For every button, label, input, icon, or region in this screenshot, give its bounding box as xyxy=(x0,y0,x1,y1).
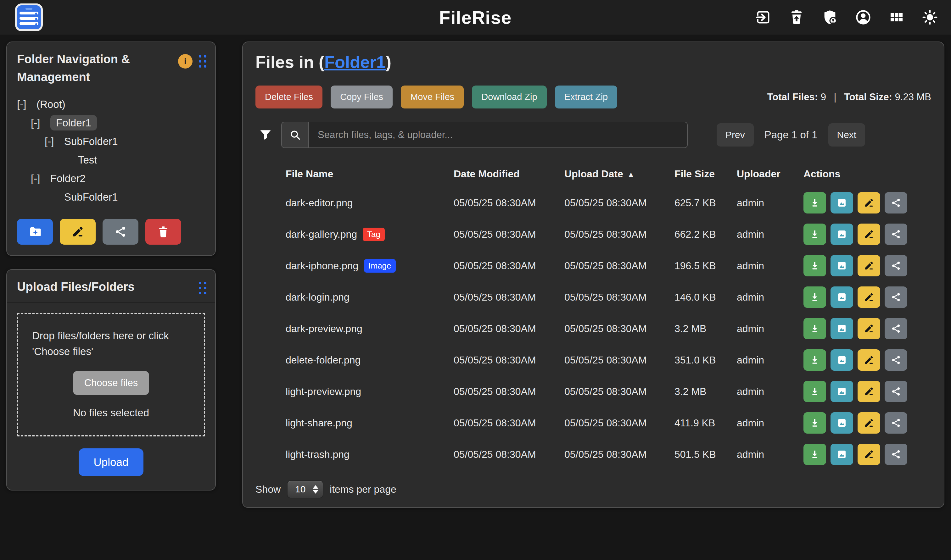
rename-button[interactable] xyxy=(858,381,880,402)
column-header-date-modified[interactable]: Date Modified xyxy=(454,168,564,180)
filerise-logo-icon[interactable] xyxy=(15,3,43,31)
grid-view-icon[interactable] xyxy=(888,9,905,25)
file-name[interactable]: light-preview.png xyxy=(286,386,361,397)
copy-files-button[interactable]: Copy Files xyxy=(331,86,393,108)
column-header-file-name[interactable]: File Name xyxy=(286,168,454,180)
folder-label[interactable]: Folder1 xyxy=(50,115,97,131)
folder-tree-item[interactable]: [-]Folder1 xyxy=(17,114,205,132)
file-name[interactable]: delete-folder.png xyxy=(286,354,361,366)
delete-files-button[interactable]: Delete Files xyxy=(256,86,322,108)
trash-restore-icon[interactable] xyxy=(788,9,805,25)
share-button[interactable] xyxy=(885,192,907,214)
share-icon xyxy=(891,292,901,303)
light-mode-sun-icon[interactable] xyxy=(922,9,938,25)
rename-button[interactable] xyxy=(858,444,880,465)
next-page-button[interactable]: Next xyxy=(828,123,865,146)
rename-button[interactable] xyxy=(858,349,880,371)
rename-button[interactable] xyxy=(858,192,880,214)
current-folder-link[interactable]: Folder1 xyxy=(324,52,386,71)
logout-icon[interactable] xyxy=(755,9,771,25)
create-folder-button[interactable] xyxy=(17,219,53,245)
share-button[interactable] xyxy=(885,381,907,402)
download-button[interactable] xyxy=(803,286,826,308)
search-icon[interactable] xyxy=(281,122,309,148)
search-input[interactable] xyxy=(309,122,688,148)
preview-image-button[interactable] xyxy=(831,349,853,371)
preview-image-button[interactable] xyxy=(831,255,853,276)
file-name[interactable]: dark-gallery.png xyxy=(286,229,357,240)
folder-label[interactable]: SubFolder1 xyxy=(64,191,118,203)
preview-image-button[interactable] xyxy=(831,444,853,465)
download-button[interactable] xyxy=(803,192,826,214)
file-name[interactable]: dark-preview.png xyxy=(286,323,362,335)
column-header-upload-date[interactable]: Upload Date▲ xyxy=(564,168,675,180)
download-button[interactable] xyxy=(803,223,826,245)
drag-handle-dots-icon[interactable] xyxy=(199,282,207,294)
drag-handle-dots-icon[interactable] xyxy=(199,55,207,68)
delete-folder-button[interactable] xyxy=(145,219,181,245)
rename-button[interactable] xyxy=(858,286,880,308)
download-button[interactable] xyxy=(803,444,826,465)
tree-collapse-toggle[interactable]: [-] xyxy=(31,169,50,188)
move-files-button[interactable]: Move Files xyxy=(401,86,464,108)
filter-funnel-icon[interactable] xyxy=(259,128,273,142)
file-tag-badge[interactable]: Tag xyxy=(363,228,385,241)
file-tag-badge[interactable]: Image xyxy=(364,259,395,272)
rename-button[interactable] xyxy=(858,318,880,339)
folder-tree-item[interactable]: SubFolder1 xyxy=(17,188,205,206)
folder-label[interactable]: SubFolder1 xyxy=(64,135,118,147)
folder-tree-item[interactable]: [-]SubFolder1 xyxy=(17,132,205,151)
preview-image-button[interactable] xyxy=(831,223,853,245)
preview-image-button[interactable] xyxy=(831,286,853,308)
share-button[interactable] xyxy=(885,444,907,465)
choose-files-button[interactable]: Choose files xyxy=(73,371,150,395)
prev-page-button[interactable]: Prev xyxy=(717,123,754,146)
file-name[interactable]: light-share.png xyxy=(286,417,352,429)
download-button[interactable] xyxy=(803,381,826,402)
rename-button[interactable] xyxy=(858,412,880,434)
date-modified-cell: 05/05/25 08:30AM xyxy=(454,260,564,272)
rename-button[interactable] xyxy=(858,255,880,276)
file-dropzone[interactable]: Drop files/folders here or click 'Choose… xyxy=(17,313,205,437)
share-button[interactable] xyxy=(885,286,907,308)
download-button[interactable] xyxy=(803,318,826,339)
rename-folder-button[interactable] xyxy=(60,219,96,245)
share-button[interactable] xyxy=(885,318,907,339)
folder-tree-item[interactable]: Test xyxy=(17,151,205,169)
download-button[interactable] xyxy=(803,412,826,434)
download-button[interactable] xyxy=(803,349,826,371)
admin-shield-icon[interactable] xyxy=(822,9,838,25)
folder-label[interactable]: Test xyxy=(78,154,97,166)
preview-image-button[interactable] xyxy=(831,318,853,339)
folder-label[interactable]: Folder2 xyxy=(50,172,86,184)
tree-collapse-toggle[interactable]: [-] xyxy=(31,114,50,132)
folder-label[interactable]: (Root) xyxy=(37,98,65,110)
share-button[interactable] xyxy=(885,412,907,434)
share-button[interactable] xyxy=(885,349,907,371)
preview-image-button[interactable] xyxy=(831,381,853,402)
file-name[interactable]: light-trash.png xyxy=(286,449,350,460)
folder-tree-item[interactable]: [-](Root) xyxy=(17,95,205,114)
preview-image-button[interactable] xyxy=(831,192,853,214)
preview-image-button[interactable] xyxy=(831,412,853,434)
download-button[interactable] xyxy=(803,255,826,276)
info-icon[interactable]: i xyxy=(178,54,193,69)
download-zip-button[interactable]: Download Zip xyxy=(472,86,546,108)
user-profile-icon[interactable] xyxy=(855,9,871,25)
rename-button[interactable] xyxy=(858,223,880,245)
spinner-arrows-icon[interactable] xyxy=(313,485,318,494)
tree-collapse-toggle[interactable]: [-] xyxy=(17,95,37,114)
file-name[interactable]: dark-login.png xyxy=(286,291,350,303)
file-name[interactable]: dark-editor.png xyxy=(286,197,353,209)
extract-zip-button[interactable]: Extract Zip xyxy=(555,86,618,108)
folder-tree-item[interactable]: [-]Folder2 xyxy=(17,169,205,188)
column-header-file-size[interactable]: File Size xyxy=(675,168,737,180)
items-per-page-select[interactable]: 10 xyxy=(287,480,324,498)
tree-collapse-toggle[interactable]: [-] xyxy=(45,132,64,151)
column-header-uploader[interactable]: Uploader xyxy=(737,168,803,180)
share-button[interactable] xyxy=(885,223,907,245)
file-name[interactable]: dark-iphone.png xyxy=(286,260,358,272)
share-folder-button[interactable] xyxy=(103,219,139,245)
upload-button[interactable]: Upload xyxy=(79,448,144,476)
share-button[interactable] xyxy=(885,255,907,276)
